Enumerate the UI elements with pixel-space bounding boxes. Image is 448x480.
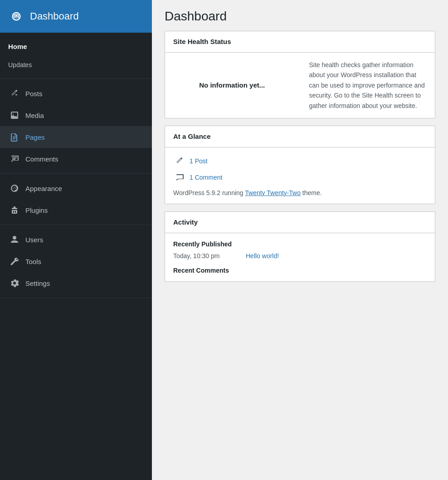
sidebar-appearance-section: Appearance Plugins (0, 174, 152, 225)
at-a-glance-widget: At a Glance 1 Post (165, 126, 435, 204)
sidebar-nav-section: Posts Media Pages (0, 79, 152, 174)
glance-wp-info: WordPress 5.9.2 running Twenty Twenty-Tw… (173, 189, 427, 196)
activity-time: Today, 10:30 pm (173, 252, 237, 260)
sidebar-item-posts[interactable]: Posts (0, 83, 152, 104)
main-content: Dashboard Site Health Status No informat… (152, 0, 448, 480)
sidebar-item-tools[interactable]: Tools (0, 250, 152, 272)
sidebar-item-plugins[interactable]: Plugins (0, 199, 152, 221)
glance-theme-link[interactable]: Twenty Twenty-Two (245, 189, 301, 196)
glance-comments-icon (173, 171, 186, 184)
site-health-header: Site Health Status (165, 31, 435, 53)
at-a-glance-title: At a Glance (173, 132, 211, 140)
site-health-title: Site Health Status (173, 38, 231, 45)
recent-comments-label: Recent Comments (173, 267, 427, 274)
at-a-glance-body: 1 Post 1 Comment (165, 147, 435, 204)
sidebar-item-home[interactable]: Home (0, 36, 152, 57)
page-title-bar: Dashboard (152, 0, 448, 31)
activity-body: Recently Published Today, 10:30 pm Hello… (165, 233, 435, 281)
site-health-no-info-text: No information yet... (173, 81, 291, 89)
activity-row: Today, 10:30 pm Hello world! (173, 252, 427, 260)
at-a-glance-header: At a Glance (165, 126, 435, 147)
activity-title: Activity (173, 218, 198, 226)
dashboard-icon (8, 8, 24, 24)
users-icon (8, 233, 21, 246)
page-title: Dashboard (165, 9, 435, 24)
posts-icon (8, 87, 21, 100)
sidebar-header-title: Dashboard (30, 10, 79, 22)
appearance-icon (8, 182, 21, 195)
activity-header: Activity (165, 212, 435, 233)
glance-posts-item: 1 Post (173, 155, 427, 167)
sidebar-users-section: Users Tools Settings (0, 225, 152, 298)
sidebar: Dashboard Home Updates Posts (0, 0, 152, 480)
plugins-icon (8, 204, 21, 216)
sidebar-header[interactable]: Dashboard (0, 0, 152, 33)
glance-posts-link[interactable]: 1 Post (190, 157, 208, 165)
sidebar-home-section: Home Updates (0, 33, 152, 79)
site-health-widget: Site Health Status No information yet...… (165, 31, 435, 118)
sidebar-item-updates[interactable]: Updates (0, 57, 152, 75)
media-icon (8, 109, 21, 122)
sidebar-item-appearance[interactable]: Appearance (0, 177, 152, 199)
site-health-body: No information yet... Site health checks… (165, 53, 435, 118)
activity-post-link[interactable]: Hello world! (246, 252, 279, 260)
glance-posts-icon (173, 155, 186, 167)
glance-comments-item: 1 Comment (173, 171, 427, 184)
sidebar-item-comments[interactable]: Comments (0, 148, 152, 170)
sidebar-item-media[interactable]: Media (0, 104, 152, 126)
pages-icon (8, 131, 21, 143)
sidebar-item-users[interactable]: Users (0, 229, 152, 250)
comments-icon (8, 152, 21, 165)
settings-icon (8, 277, 21, 289)
activity-widget: Activity Recently Published Today, 10:30… (165, 211, 435, 282)
recently-published-label: Recently Published (173, 240, 427, 248)
glance-comments-link[interactable]: 1 Comment (190, 174, 222, 181)
sidebar-item-settings[interactable]: Settings (0, 272, 152, 294)
sidebar-item-pages[interactable]: Pages (0, 126, 152, 148)
tools-icon (8, 255, 21, 268)
site-health-description: Site health checks gather information ab… (309, 60, 427, 111)
